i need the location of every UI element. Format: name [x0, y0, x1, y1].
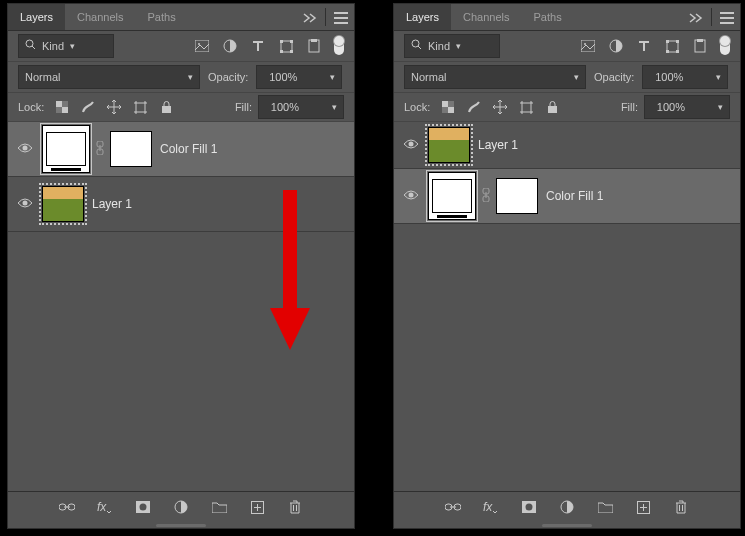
filter-type-icon[interactable] — [636, 38, 652, 54]
layer-1[interactable]: Layer 1 — [394, 122, 740, 169]
fill-label: Fill: — [621, 101, 638, 113]
tab-paths[interactable]: Paths — [522, 4, 574, 30]
lock-all-icon[interactable] — [544, 99, 560, 115]
blend-mode-dropdown[interactable]: Normal ▾ — [404, 65, 586, 89]
visibility-icon[interactable] — [402, 188, 420, 204]
layer-mask-thumbnail[interactable] — [110, 131, 152, 167]
layer-thumbnail[interactable] — [428, 172, 476, 220]
filter-toggle[interactable] — [720, 37, 730, 55]
link-layers-icon[interactable] — [444, 498, 462, 516]
svg-rect-47 — [522, 103, 531, 112]
add-mask-icon[interactable] — [520, 498, 538, 516]
new-layer-icon[interactable] — [634, 498, 652, 516]
new-layer-icon[interactable] — [248, 498, 266, 516]
filter-smart-icon[interactable] — [692, 38, 708, 54]
filter-row: Kind ▾ — [8, 31, 354, 62]
panel-menu-icon[interactable] — [714, 4, 740, 30]
search-icon — [411, 39, 422, 53]
chevron-down-icon: ▾ — [303, 102, 337, 112]
lock-label: Lock: — [404, 101, 430, 113]
lock-paint-icon[interactable] — [466, 99, 482, 115]
filter-adjustment-icon[interactable] — [222, 38, 238, 54]
visibility-icon[interactable] — [16, 196, 34, 212]
lock-all-icon[interactable] — [158, 99, 174, 115]
tab-paths[interactable]: Paths — [136, 4, 188, 30]
blend-mode-dropdown[interactable]: Normal ▾ — [18, 65, 200, 89]
svg-rect-43 — [442, 101, 448, 107]
resize-grip[interactable] — [394, 522, 740, 528]
collapse-icon[interactable] — [683, 4, 709, 30]
layers-panel-after: Layers Channels Paths Kind ▾ — [393, 3, 741, 529]
svg-rect-17 — [162, 106, 171, 113]
tab-layers[interactable]: Layers — [8, 4, 65, 30]
lock-transparent-icon[interactable] — [54, 99, 70, 115]
layer-1[interactable]: Layer 1 — [8, 177, 354, 232]
layer-mask-thumbnail[interactable] — [496, 178, 538, 214]
tab-channels[interactable]: Channels — [65, 4, 135, 30]
link-layers-icon[interactable] — [58, 498, 76, 516]
svg-point-49 — [409, 142, 414, 147]
delete-layer-icon[interactable] — [286, 498, 304, 516]
filter-row: Kind ▾ — [394, 31, 740, 62]
layers-toolbar: fx — [8, 491, 354, 522]
new-adjustment-icon[interactable] — [558, 498, 576, 516]
filter-adjustment-icon[interactable] — [608, 38, 624, 54]
layer-name: Layer 1 — [92, 197, 132, 211]
fill-input[interactable]: 100% ▾ — [644, 95, 730, 119]
filter-kind-dropdown[interactable]: Kind ▾ — [404, 34, 500, 58]
resize-grip[interactable] — [8, 522, 354, 528]
lock-transparent-icon[interactable] — [440, 99, 456, 115]
panel-menu-icon[interactable] — [328, 4, 354, 30]
svg-rect-39 — [666, 50, 669, 53]
link-mask-icon[interactable] — [96, 141, 104, 158]
filter-shape-icon[interactable] — [664, 38, 680, 54]
link-mask-icon[interactable] — [482, 188, 490, 205]
lock-position-icon[interactable] — [492, 99, 508, 115]
filter-type-icon[interactable] — [250, 38, 266, 54]
layer-name: Layer 1 — [478, 138, 518, 152]
layer-style-icon[interactable]: fx — [482, 498, 500, 516]
visibility-icon[interactable] — [402, 137, 420, 153]
layer-thumbnail[interactable] — [42, 125, 90, 173]
layer-thumbnail[interactable] — [42, 186, 84, 222]
tab-channels[interactable]: Channels — [451, 4, 521, 30]
visibility-icon[interactable] — [16, 141, 34, 157]
svg-rect-38 — [676, 40, 679, 43]
fill-label: Fill: — [235, 101, 252, 113]
filter-shape-icon[interactable] — [278, 38, 294, 54]
tab-layers[interactable]: Layers — [394, 4, 451, 30]
collapse-icon[interactable] — [297, 4, 323, 30]
new-adjustment-icon[interactable] — [172, 498, 190, 516]
svg-point-59 — [526, 504, 533, 511]
filter-kind-dropdown[interactable]: Kind ▾ — [18, 34, 114, 58]
lock-paint-icon[interactable] — [80, 99, 96, 115]
svg-text:fx: fx — [97, 500, 107, 514]
delete-layer-icon[interactable] — [672, 498, 690, 516]
svg-rect-42 — [697, 39, 703, 42]
new-group-icon[interactable] — [210, 498, 228, 516]
layer-thumbnail[interactable] — [428, 127, 470, 163]
opacity-input[interactable]: 100% ▾ — [256, 65, 342, 89]
chevron-down-icon: ▾ — [70, 41, 75, 51]
lock-position-icon[interactable] — [106, 99, 122, 115]
layer-color-fill-1[interactable]: Color Fill 1 — [394, 169, 740, 224]
filter-pixel-icon[interactable] — [580, 38, 596, 54]
add-mask-icon[interactable] — [134, 498, 152, 516]
lock-artboard-icon[interactable] — [132, 99, 148, 115]
svg-rect-11 — [311, 39, 317, 42]
panel-tabs: Layers Channels Paths — [8, 4, 354, 31]
svg-rect-15 — [56, 107, 62, 113]
filter-toggle[interactable] — [334, 37, 344, 55]
new-group-icon[interactable] — [596, 498, 614, 516]
svg-line-32 — [418, 46, 421, 49]
fill-input[interactable]: 100% ▾ — [258, 95, 344, 119]
filter-smart-icon[interactable] — [306, 38, 322, 54]
filter-pixel-icon[interactable] — [194, 38, 210, 54]
layer-style-icon[interactable]: fx — [96, 498, 114, 516]
layers-panel-before: Layers Channels Paths Kind ▾ — [7, 3, 355, 529]
layer-color-fill-1[interactable]: Color Fill 1 — [8, 122, 354, 177]
svg-rect-45 — [448, 101, 454, 107]
lock-artboard-icon[interactable] — [518, 99, 534, 115]
opacity-input[interactable]: 100% ▾ — [642, 65, 728, 89]
svg-rect-9 — [290, 50, 293, 53]
